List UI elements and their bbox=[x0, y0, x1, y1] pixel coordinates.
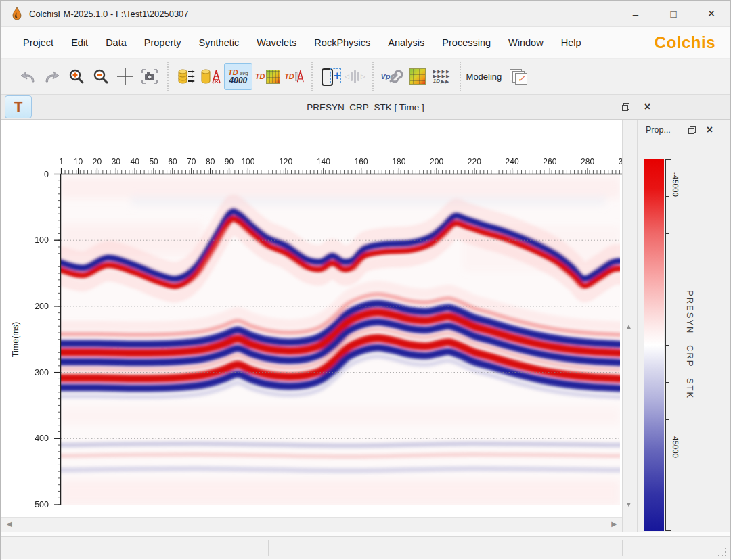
svg-text:400: 400 bbox=[35, 434, 49, 443]
svg-text:180: 180 bbox=[392, 157, 405, 166]
scroll-down-icon[interactable]: ▼ bbox=[625, 500, 632, 508]
menu-item-wavelets[interactable]: Wavelets bbox=[248, 33, 305, 52]
maximize-button[interactable]: □ bbox=[655, 1, 692, 26]
menu-item-processing[interactable]: Processing bbox=[433, 33, 500, 52]
scroll-left-icon[interactable]: ◀ bbox=[7, 520, 12, 528]
derrick-icon bbox=[211, 70, 221, 84]
restore-window-icon[interactable] bbox=[622, 103, 629, 111]
modeling-check-button[interactable]: ✓ bbox=[507, 64, 529, 89]
td-well-button[interactable]: TD bbox=[283, 64, 305, 89]
svg-text:200: 200 bbox=[430, 157, 443, 166]
crosshair-button[interactable] bbox=[114, 64, 136, 89]
zoom-in-icon bbox=[68, 68, 85, 85]
menu-item-synthetic[interactable]: Synthetic bbox=[190, 33, 248, 52]
undo-button[interactable] bbox=[17, 64, 39, 89]
close-panel-icon[interactable]: × bbox=[707, 124, 713, 135]
svg-text:140: 140 bbox=[317, 157, 330, 166]
minimize-button[interactable]: – bbox=[617, 1, 655, 26]
menu-item-project[interactable]: Project bbox=[14, 33, 62, 52]
menu-item-rockphysics[interactable]: RockPhysics bbox=[305, 33, 379, 52]
toolbar-group-modeling: Modeling ✓ bbox=[460, 62, 536, 91]
svg-text:240: 240 bbox=[506, 157, 519, 166]
menu-item-window[interactable]: Window bbox=[500, 33, 552, 52]
crosshair-icon bbox=[116, 68, 134, 85]
colorbar-axis bbox=[665, 159, 673, 531]
property-grid-button[interactable] bbox=[407, 64, 428, 89]
seismic-view[interactable]: 1102030405060708090100120140160180200220… bbox=[1, 120, 622, 517]
toolbar-group-display: + ◁ ▷ bbox=[311, 62, 372, 91]
menu-item-analysis[interactable]: Analysis bbox=[379, 33, 433, 52]
redo-icon bbox=[43, 69, 61, 84]
td-average-button[interactable]: TD avg 4000 bbox=[224, 63, 252, 90]
td-avg-value: 4000 bbox=[229, 76, 248, 85]
colorbar-min-label: -45000 bbox=[671, 172, 680, 197]
toolbar-group-view bbox=[10, 62, 167, 91]
resize-grip[interactable] bbox=[718, 548, 726, 556]
zoom-out-button[interactable] bbox=[90, 64, 112, 89]
menu-item-edit[interactable]: Edit bbox=[62, 33, 97, 52]
svg-text:300: 300 bbox=[619, 157, 622, 166]
colorbar-property-name: PRESYN CRP STK bbox=[681, 159, 699, 531]
amplitude-colorbar bbox=[644, 159, 664, 531]
svg-text:300: 300 bbox=[35, 368, 49, 377]
colchis-logo: Colchis bbox=[655, 33, 715, 52]
svg-text:220: 220 bbox=[468, 157, 481, 166]
redo-button[interactable] bbox=[41, 64, 63, 89]
toolbar-group-data: TD avg 4000 TD TD bbox=[167, 62, 311, 91]
svg-text:90: 90 bbox=[225, 157, 234, 166]
scroll-right-icon[interactable]: ▶ bbox=[611, 520, 617, 528]
horizontal-scrollbar[interactable]: ◀ ▶ bbox=[1, 517, 622, 532]
status-separator bbox=[268, 540, 269, 556]
svg-text:160: 160 bbox=[355, 157, 368, 166]
application-window: ColchisFM-2025.1.0 - F:\Test1\20250307 –… bbox=[0, 0, 731, 560]
add-panel-button[interactable]: + bbox=[319, 64, 341, 89]
main-area: 1102030405060708090100120140160180200220… bbox=[1, 120, 730, 532]
svg-text:80: 80 bbox=[206, 157, 215, 166]
svg-text:0: 0 bbox=[44, 170, 49, 179]
svg-text:70: 70 bbox=[187, 157, 196, 166]
flows-1d-icon: ▶▶▶▶ ▶▶▶▶ 1D▶▶ bbox=[433, 69, 451, 84]
time-axis-label: Time(ms) bbox=[11, 322, 20, 357]
property-grid-icon bbox=[409, 68, 426, 85]
snapshot-button[interactable] bbox=[139, 64, 160, 89]
document-tab-bar: T PRESYN_CRP_STK [ Time ] × bbox=[1, 95, 730, 120]
menu-bar: ProjectEditDataPropertySyntheticWavelets… bbox=[1, 27, 730, 59]
modeling-label: Modeling bbox=[466, 72, 502, 82]
document-window-buttons: × bbox=[622, 101, 650, 112]
vp-tools-button[interactable]: Vp bbox=[380, 64, 403, 89]
svg-text:1: 1 bbox=[59, 157, 64, 166]
property-panel: Prop... × -45000 45000 PRESYN CRP STK bbox=[637, 120, 730, 532]
menu-item-help[interactable]: Help bbox=[552, 33, 590, 52]
menu-item-data[interactable]: Data bbox=[97, 33, 135, 52]
close-button[interactable]: × bbox=[692, 1, 730, 26]
menu-item-property[interactable]: Property bbox=[135, 33, 190, 52]
database-icon bbox=[200, 69, 211, 84]
data-well-button[interactable] bbox=[200, 64, 221, 89]
td-grid-button[interactable]: TD bbox=[255, 64, 281, 89]
svg-text:20: 20 bbox=[93, 157, 102, 166]
data-list-button[interactable] bbox=[175, 64, 197, 89]
wavelet-display-button[interactable]: ◁ ▷ bbox=[344, 64, 366, 89]
camera-icon bbox=[141, 68, 158, 85]
scroll-up-icon[interactable]: ▲ bbox=[625, 323, 632, 330]
svg-text:10: 10 bbox=[74, 157, 83, 166]
toolbar: TD avg 4000 TD TD + bbox=[1, 59, 730, 95]
window-controls: – □ × bbox=[617, 1, 730, 26]
title-bar: ColchisFM-2025.1.0 - F:\Test1\20250307 –… bbox=[1, 1, 730, 27]
td-grid-icon bbox=[266, 70, 280, 84]
flows-1d-button[interactable]: ▶▶▶▶ ▶▶▶▶ 1D▶▶ bbox=[431, 64, 453, 89]
status-separator bbox=[622, 540, 623, 556]
frame-plus-icon: + bbox=[320, 68, 340, 85]
svg-text:500: 500 bbox=[35, 500, 49, 509]
svg-text:50: 50 bbox=[149, 157, 158, 166]
float-panel-icon[interactable] bbox=[688, 126, 696, 134]
svg-text:280: 280 bbox=[581, 157, 594, 166]
svg-text:100: 100 bbox=[35, 235, 49, 245]
vp-wrench-icon: Vp bbox=[380, 69, 403, 84]
close-document-icon[interactable]: × bbox=[644, 101, 650, 112]
vertical-scrollbar[interactable]: ▲ ▼ bbox=[623, 120, 637, 532]
svg-text:120: 120 bbox=[279, 157, 292, 166]
status-bar bbox=[1, 536, 730, 559]
zoom-in-button[interactable] bbox=[66, 64, 87, 89]
svg-text:200: 200 bbox=[35, 302, 49, 311]
